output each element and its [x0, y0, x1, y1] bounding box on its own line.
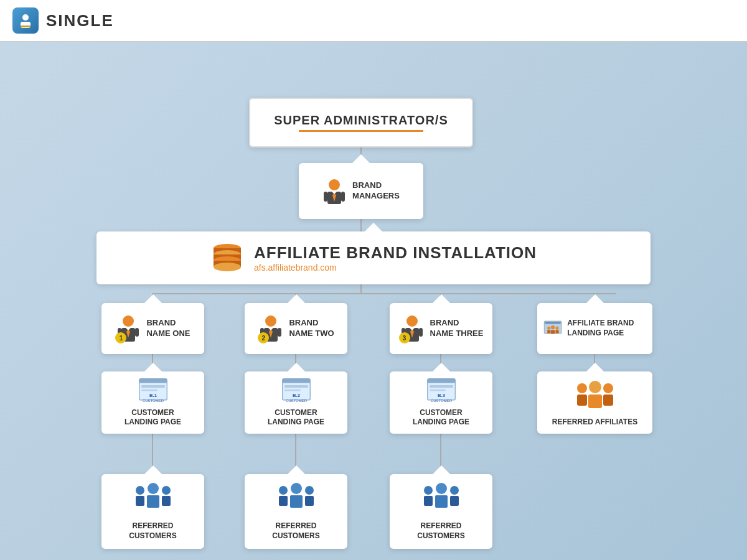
brand-three-label: BRANDNAME THREE — [430, 318, 484, 339]
svg-rect-88 — [279, 496, 288, 506]
svg-rect-58 — [139, 379, 167, 383]
referred-customers-three-icon — [420, 482, 463, 518]
affiliate-brand-url: afs.affiliatebrand.com — [254, 263, 537, 273]
referred-customers-one-box: REFERREDCUSTOMERS — [101, 474, 204, 549]
app-title: SINGLE — [46, 11, 114, 30]
svg-text:CUSTOMER: CUSTOMER — [430, 399, 452, 403]
svg-rect-86 — [162, 496, 171, 506]
svg-point-81 — [136, 486, 144, 495]
diagram-area: SUPER ADMINISTRATOR/S BRANDMANAGERS — [0, 42, 747, 560]
customer-lp-two-label: CUSTOMERLANDING PAGE — [268, 408, 324, 427]
svg-rect-94 — [424, 496, 433, 506]
svg-rect-36 — [135, 328, 139, 337]
brand-one-icon: 1 — [115, 312, 141, 345]
svg-point-31 — [123, 315, 134, 327]
affiliate-landing-label: AFFILIATE BRAND LANDING PAGE — [567, 319, 646, 338]
svg-point-0 — [22, 14, 29, 21]
svg-rect-66 — [284, 390, 301, 391]
svg-point-75 — [577, 383, 587, 393]
svg-rect-80 — [603, 394, 613, 406]
svg-text:B.3: B.3 — [438, 393, 445, 398]
svg-text:CUSTOMER: CUSTOMER — [142, 399, 164, 403]
svg-rect-71 — [430, 385, 453, 388]
customer-lp-three-box: B.3 CUSTOMER CUSTOMERLANDING PAGE — [390, 371, 492, 434]
svg-rect-82 — [136, 496, 144, 506]
app-icon — [12, 7, 39, 34]
svg-text:B.1: B.1 — [149, 393, 157, 398]
svg-point-95 — [436, 483, 447, 494]
affiliate-brand-box: AFFILIATE BRAND INSTALLATION afs.affilia… — [96, 231, 651, 284]
super-admin-label: SUPER ADMINISTRATOR/S — [274, 113, 448, 128]
referred-affiliates-icon — [573, 380, 617, 414]
svg-rect-50 — [545, 322, 561, 324]
svg-point-85 — [162, 486, 171, 495]
svg-rect-78 — [588, 394, 602, 408]
svg-text:B.2: B.2 — [293, 393, 300, 398]
customer-lp-one-label: CUSTOMERLANDING PAGE — [125, 408, 181, 427]
svg-rect-42 — [278, 328, 281, 337]
customer-lp-one-icon: B.1 CUSTOMER — [134, 378, 172, 404]
svg-rect-22 — [324, 192, 327, 202]
svg-point-83 — [148, 483, 159, 494]
svg-rect-70 — [427, 379, 455, 383]
affiliate-brand-title: AFFILIATE BRAND INSTALLATION — [254, 243, 537, 263]
svg-point-87 — [279, 486, 288, 495]
svg-rect-2 — [21, 26, 31, 27]
affiliate-landing-box: AFFILIATE BRAND LANDING PAGE — [537, 303, 652, 354]
landing-page-icon — [543, 315, 562, 342]
svg-rect-92 — [305, 496, 314, 506]
svg-rect-76 — [577, 394, 587, 406]
referred-customers-one-icon — [131, 482, 175, 518]
customer-lp-two-icon: B.2 CUSTOMER — [278, 378, 315, 404]
brand-manager-icon — [322, 175, 346, 207]
brand-managers-label: BRANDMANAGERS — [352, 180, 400, 202]
svg-rect-72 — [430, 390, 446, 391]
svg-rect-65 — [284, 385, 308, 388]
customer-lp-three-icon: B.3 CUSTOMER — [423, 378, 460, 404]
svg-rect-23 — [341, 192, 345, 202]
svg-point-37 — [265, 315, 276, 327]
svg-rect-98 — [450, 496, 459, 506]
svg-rect-84 — [147, 495, 159, 508]
brand-one-label: BRANDNAME ONE — [146, 318, 190, 339]
svg-rect-90 — [290, 495, 303, 508]
svg-point-89 — [291, 483, 302, 494]
customer-lp-one-box: B.1 CUSTOMER CUSTOMERLANDING PAGE — [101, 371, 204, 434]
referred-customers-three-box: REFERREDCUSTOMERS — [390, 474, 492, 549]
header: SINGLE — [0, 0, 747, 42]
brand-managers-box: BRANDMANAGERS — [299, 163, 423, 219]
svg-point-43 — [406, 315, 418, 327]
svg-point-91 — [305, 486, 314, 495]
svg-point-55 — [556, 327, 559, 330]
super-admin-underline — [299, 130, 423, 132]
svg-rect-60 — [141, 390, 157, 391]
svg-rect-59 — [141, 385, 165, 388]
brand-three-box: 3 BRANDNAME THREE — [390, 303, 492, 354]
referred-affiliates-label: REFERRED AFFILIATES — [552, 418, 637, 426]
svg-rect-48 — [419, 328, 423, 337]
svg-rect-96 — [435, 495, 448, 508]
svg-rect-54 — [551, 330, 555, 334]
referred-customers-one-label: REFERREDCUSTOMERS — [129, 521, 176, 541]
brand-two-label: BRANDNAME TWO — [289, 318, 334, 339]
customer-lp-three-label: CUSTOMERLANDING PAGE — [413, 408, 469, 427]
svg-point-51 — [547, 327, 550, 330]
referred-customers-two-icon — [275, 482, 318, 518]
svg-point-18 — [329, 179, 340, 190]
referred-customers-two-label: REFERREDCUSTOMERS — [272, 521, 319, 541]
brand-two-icon: 2 — [258, 312, 284, 345]
affiliate-brand-text: AFFILIATE BRAND INSTALLATION afs.affilia… — [254, 243, 537, 273]
svg-rect-56 — [556, 330, 559, 334]
svg-point-93 — [424, 486, 433, 495]
database-icon — [210, 241, 245, 275]
svg-rect-52 — [547, 330, 550, 334]
brand-one-box: 1 BRANDNAME ONE — [101, 303, 204, 354]
svg-text:CUSTOMER: CUSTOMER — [285, 399, 307, 403]
brand-two-box: 2 BRANDNAME TWO — [245, 303, 347, 354]
referred-customers-three-label: REFERREDCUSTOMERS — [417, 521, 464, 541]
referred-affiliates-box: REFERRED AFFILIATES — [537, 371, 652, 434]
super-admin-box: SUPER ADMINISTRATOR/S — [249, 98, 473, 147]
svg-point-79 — [603, 383, 613, 393]
brand-three-icon: 3 — [399, 312, 425, 345]
svg-point-30 — [214, 263, 241, 271]
